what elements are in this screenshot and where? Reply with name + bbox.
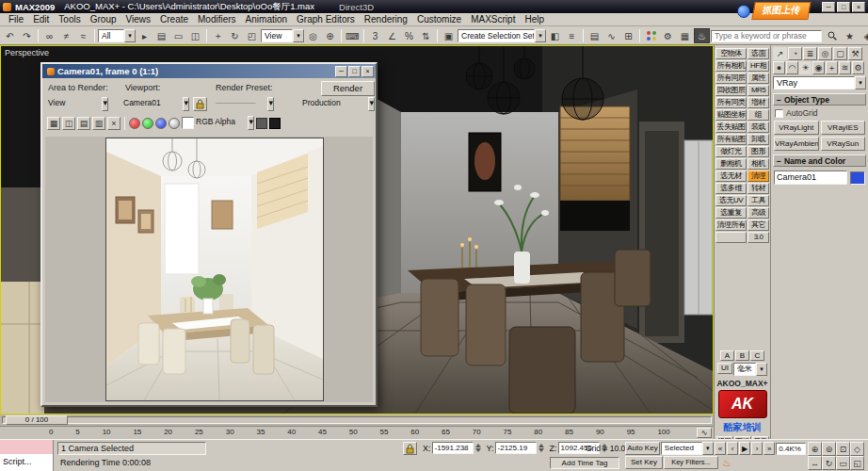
- script-button[interactable]: 丢失贴图: [715, 122, 747, 133]
- copy-image-icon[interactable]: ▥: [92, 117, 105, 130]
- add-time-tag[interactable]: Add Time Tag: [550, 457, 619, 469]
- render-maximize-button[interactable]: □: [348, 66, 361, 77]
- utilities-tab-icon[interactable]: ⚒: [848, 47, 862, 60]
- favorites-star-icon[interactable]: ★: [842, 28, 858, 43]
- menu-item-views[interactable]: Views: [121, 14, 156, 24]
- timeline-tick[interactable]: 0: [49, 428, 53, 436]
- snap-toggle-icon[interactable]: 3: [367, 28, 383, 43]
- script-button[interactable]: 空物体: [715, 48, 747, 59]
- script-button[interactable]: 属性: [747, 73, 769, 84]
- timeline-tick[interactable]: 60: [410, 428, 419, 436]
- object-color-swatch[interactable]: [850, 171, 865, 185]
- unlink-icon[interactable]: ≠: [58, 28, 74, 43]
- display-tab-icon[interactable]: ▢: [833, 47, 847, 60]
- timeline-tick[interactable]: 5: [75, 428, 79, 436]
- capture-upload-button[interactable]: 抓图上传: [751, 2, 811, 20]
- script-button[interactable]: 清理所有: [715, 219, 747, 231]
- vraylight-button[interactable]: VRayLight: [774, 121, 819, 135]
- bind-spacewarp-icon[interactable]: ≈: [75, 28, 91, 43]
- window-crossing-icon[interactable]: ◫: [187, 28, 203, 43]
- script-button[interactable]: 选无材: [715, 171, 747, 182]
- chevron-down-icon[interactable]: ▾: [183, 97, 189, 111]
- color-swatch-black[interactable]: [269, 118, 281, 129]
- menu-item-edit[interactable]: Edit: [28, 14, 54, 24]
- minimize-button[interactable]: ─: [822, 2, 835, 12]
- zoom-all-icon[interactable]: ⊚: [822, 442, 836, 456]
- ui-button[interactable]: UI: [717, 363, 732, 374]
- timeline-tick[interactable]: 20: [164, 428, 172, 436]
- preset-a-button[interactable]: A: [720, 350, 734, 361]
- helpers-category-icon[interactable]: ＋: [826, 61, 838, 74]
- arc-rotate-icon[interactable]: ↻: [822, 456, 836, 470]
- named-selection-set-dropdown[interactable]: Create Selection Set ▾: [458, 29, 546, 42]
- mini-curve-editor-icon[interactable]: ∿: [697, 428, 712, 438]
- menu-item-create[interactable]: Create: [155, 14, 193, 24]
- training-link[interactable]: 酷家培训: [715, 421, 769, 434]
- macro-recorder-line[interactable]: [0, 440, 53, 454]
- menu-item-rendering[interactable]: Rendering: [360, 14, 412, 24]
- timeline-tick[interactable]: 15: [133, 428, 141, 436]
- menu-item-modifiers[interactable]: Modifiers: [193, 14, 241, 24]
- timeline-tick[interactable]: 40: [287, 428, 296, 436]
- script-button[interactable]: 增材: [747, 97, 769, 108]
- maximize-viewport-icon[interactable]: ◱: [850, 456, 864, 470]
- modify-tab-icon[interactable]: ◔: [788, 47, 802, 60]
- chevron-down-icon[interactable]: ▾: [535, 29, 546, 42]
- x-spinner[interactable]: [474, 442, 483, 454]
- render-minimize-button[interactable]: ─: [335, 66, 347, 77]
- menu-item-maxscript[interactable]: MAXScript: [466, 14, 520, 24]
- timeline-tick[interactable]: 100: [657, 428, 669, 436]
- select-object-icon[interactable]: ▸: [137, 28, 153, 43]
- channel-display-dropdown[interactable]: RGB Alpha ▾: [196, 116, 254, 130]
- menu-item-file[interactable]: File: [4, 14, 28, 24]
- zoom-extents-icon[interactable]: ⊡: [836, 442, 850, 456]
- chevron-down-icon[interactable]: ▾: [855, 76, 866, 89]
- go-to-start-button[interactable]: «: [715, 442, 726, 455]
- alpha-channel-button[interactable]: [182, 117, 194, 129]
- motion-tab-icon[interactable]: ◎: [818, 47, 832, 60]
- script-button[interactable]: 删相机: [715, 158, 747, 170]
- script-button[interactable]: 卸载: [747, 134, 769, 145]
- script-button[interactable]: 回收图层: [715, 85, 747, 96]
- green-channel-button[interactable]: [142, 118, 153, 129]
- chevron-down-icon[interactable]: ▾: [124, 29, 136, 42]
- camera-viewport[interactable]: Perspective Camera01, frame 0 (1:1) ─ □ …: [0, 45, 714, 414]
- script-button[interactable]: 3.0: [747, 232, 769, 243]
- mirror-icon[interactable]: ◧: [547, 28, 563, 43]
- search-icon[interactable]: [824, 28, 840, 43]
- search-input[interactable]: [711, 30, 822, 42]
- create-tab-icon[interactable]: ↗: [773, 47, 787, 60]
- track-bar[interactable]: 0 5 10 15 20 25 30 35 40 45 50 55 60 65 …: [0, 426, 714, 439]
- timeline-tick[interactable]: 35: [256, 428, 265, 436]
- curve-editor-icon[interactable]: ∿: [603, 28, 619, 43]
- menu-item-animation[interactable]: Animation: [241, 14, 292, 24]
- chevron-down-icon[interactable]: ▾: [702, 442, 714, 455]
- keyboard-override-icon[interactable]: ⌨: [345, 28, 361, 43]
- script-button[interactable]: 其它: [747, 219, 769, 231]
- select-by-name-icon[interactable]: ▤: [153, 28, 169, 43]
- maximize-button[interactable]: □: [837, 2, 850, 12]
- light-type-dropdown[interactable]: VRay ▾: [773, 76, 866, 89]
- rendered-frame-icon[interactable]: ▦: [677, 28, 693, 43]
- script-button[interactable]: HF相: [747, 60, 769, 72]
- script-button[interactable]: 选面: [747, 48, 769, 59]
- undo-icon[interactable]: ↶: [2, 28, 18, 43]
- chevron-down-icon[interactable]: ▾: [248, 116, 254, 130]
- name-color-rollout[interactable]: − Name and Color: [773, 154, 866, 167]
- key-selected-dropdown[interactable]: Selected ▾: [661, 442, 714, 455]
- timeline-tick[interactable]: 90: [596, 428, 604, 436]
- x-coordinate-field[interactable]: -1591.238: [432, 442, 474, 454]
- script-button[interactable]: 工具: [747, 195, 769, 206]
- spacewarps-category-icon[interactable]: ≋: [839, 61, 851, 74]
- chevron-down-icon[interactable]: ▾: [368, 97, 375, 111]
- schematic-view-icon[interactable]: ⊞: [620, 28, 636, 43]
- render-button[interactable]: Render: [321, 81, 375, 96]
- viewport-lock-icon[interactable]: [193, 97, 207, 111]
- script-button[interactable]: 高级: [747, 207, 769, 219]
- set-key-button[interactable]: Set Key: [625, 456, 663, 469]
- timeline-tick[interactable]: 55: [380, 428, 389, 436]
- area-to-render-dropdown[interactable]: View ▾: [48, 97, 108, 111]
- systems-category-icon[interactable]: ⚙: [852, 61, 864, 74]
- selection-filter-dropdown[interactable]: All ▾: [98, 29, 136, 42]
- menu-item-graph-editors[interactable]: Graph Editors: [292, 14, 360, 24]
